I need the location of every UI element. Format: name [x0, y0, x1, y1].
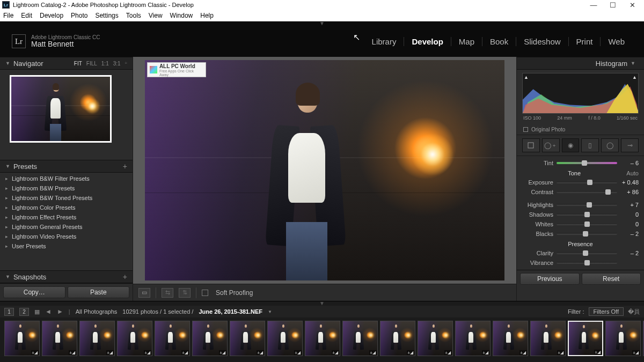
navigator-zoom-levels[interactable]: FITFILL1:13:1÷ [74, 61, 127, 67]
menu-edit[interactable]: Edit [21, 12, 32, 19]
zoom-1-1[interactable]: 1:1 [101, 61, 109, 67]
menu-tools[interactable]: Tools [126, 12, 141, 19]
add-preset-icon[interactable]: + [123, 162, 127, 171]
auto-button[interactable]: Auto [626, 170, 639, 176]
clarity-slider[interactable]: Clarity– 2 [522, 248, 639, 258]
module-book[interactable]: Book [482, 37, 516, 46]
zoom-fit[interactable]: FIT [74, 61, 82, 67]
loupe-view-icon[interactable]: ▭ [138, 288, 150, 298]
preset-folder[interactable]: Lightroom Color Presets [0, 203, 133, 212]
module-map[interactable]: Map [451, 37, 482, 46]
monitor-1-button[interactable]: 1 [4, 308, 14, 316]
minimize-button[interactable]: — [584, 1, 603, 9]
main-photo[interactable]: ALL PC World Free Apps One Click Away [145, 60, 504, 280]
filmstrip-thumb[interactable]: ±◢ [530, 321, 566, 356]
menu-window[interactable]: Window [170, 12, 193, 19]
paste-button[interactable]: Paste [68, 286, 130, 298]
close-button[interactable]: ✕ [623, 1, 642, 9]
whites-slider[interactable]: Whites0 [522, 219, 639, 229]
add-snapshot-icon[interactable]: + [123, 272, 127, 281]
histogram-graph[interactable]: ▲ ▲ [522, 73, 639, 114]
image-stage[interactable]: ALL PC World Free Apps One Click Away [133, 57, 516, 284]
preset-folder[interactable]: User Presets [0, 241, 133, 251]
filmstrip-thumb[interactable]: ±◢ [79, 321, 115, 356]
preset-folder[interactable]: Lightroom B&W Filter Presets [0, 174, 133, 183]
preset-folder[interactable]: Lightroom B&W Presets [0, 183, 133, 193]
filmstrip-thumb[interactable]: ±◢ [267, 321, 303, 356]
radial-filter-icon[interactable]: ◯ [601, 138, 619, 152]
highlights-slider[interactable]: Highlights+ 7 [522, 200, 639, 210]
collection-name[interactable]: All Photographs [76, 308, 118, 315]
bottom-panel-toggle[interactable]: ▼ [0, 301, 644, 306]
disclosure-triangle-icon: ▼ [5, 274, 10, 279]
blacks-slider[interactable]: Blacks– 2 [522, 229, 639, 239]
spot-tool-icon[interactable]: ◯﹢ [542, 138, 560, 152]
module-slideshow[interactable]: Slideshow [516, 37, 568, 46]
menu-help[interactable]: Help [200, 12, 214, 19]
redeye-tool-icon[interactable]: ◉ [562, 138, 580, 152]
top-panel-toggle[interactable]: ▼ [0, 21, 644, 26]
previous-button[interactable]: Previous [520, 273, 580, 285]
filmstrip-thumb[interactable]: ±◢ [418, 321, 453, 356]
copy-paste-bar: Copy… Paste [0, 283, 133, 301]
navigator-header[interactable]: ▼ Navigator FITFILL1:13:1÷ [0, 57, 133, 70]
menu-develop[interactable]: Develop [40, 12, 63, 19]
grid-icon[interactable]: ▦ [34, 308, 40, 315]
filmstrip-thumb[interactable]: ±◢ [342, 321, 378, 356]
copy-button[interactable]: Copy… [3, 286, 65, 298]
navigator-thumbnail[interactable] [10, 75, 112, 143]
grad-filter-icon[interactable]: ▯ [581, 138, 599, 152]
zoom-3-1[interactable]: 3:1 [113, 61, 121, 67]
module-develop[interactable]: Develop [404, 37, 450, 46]
before-after-tb-icon[interactable]: ⇅ [179, 288, 191, 298]
soft-proofing-checkbox[interactable] [202, 290, 208, 296]
shadows-slider[interactable]: Shadows0 [522, 210, 639, 219]
menu-photo[interactable]: Photo [71, 12, 87, 19]
zoom-fill[interactable]: FILL [86, 61, 97, 67]
filmstrip-thumb[interactable]: ±◢ [155, 321, 190, 356]
monitor-2-button[interactable]: 2 [19, 308, 29, 316]
watermark-logo-icon [150, 66, 157, 73]
filmstrip-thumb[interactable]: ±◢ [230, 321, 265, 356]
filmstrip-thumb[interactable]: ±◢ [42, 321, 77, 356]
filter-dropdown[interactable]: Filters Off [589, 307, 624, 316]
original-photo-toggle[interactable]: Original Photo [517, 124, 644, 135]
module-web[interactable]: Web [600, 37, 632, 46]
filename-dropdown-icon[interactable]: ▼ [268, 309, 272, 314]
filmstrip-thumbs[interactable]: ±◢±◢±◢±◢±◢±◢±◢±◢±◢±◢±◢±◢±◢±◢±◢±◢±◢±◢ [0, 317, 644, 357]
brush-tool-icon[interactable]: ⊸ [621, 138, 639, 152]
presets-header[interactable]: ▼ Presets + [0, 160, 133, 173]
filmstrip-thumb[interactable]: ±◢ [568, 321, 603, 356]
preset-folder[interactable]: Lightroom Video Presets [0, 232, 133, 241]
filmstrip-thumb[interactable]: ±◢ [192, 321, 228, 356]
tint-slider[interactable]: Tint – 6 [522, 158, 639, 168]
maximize-button[interactable]: ☐ [603, 1, 623, 9]
module-print[interactable]: Print [568, 37, 601, 46]
histogram-header[interactable]: Histogram ▼ [517, 57, 644, 70]
preset-folder[interactable]: Lightroom B&W Toned Presets [0, 193, 133, 203]
before-after-lr-icon[interactable]: ⇆ [162, 288, 173, 298]
filmstrip-thumb[interactable]: ±◢ [493, 321, 528, 356]
slider-label: Highlights [522, 202, 553, 208]
menu-settings[interactable]: Settings [95, 12, 118, 19]
filmstrip-thumb[interactable]: ±◢ [380, 321, 415, 356]
filmstrip-thumb[interactable]: ±◢ [305, 321, 340, 356]
reset-button[interactable]: Reset [582, 273, 641, 285]
filmstrip-thumb[interactable]: ±◢ [455, 321, 491, 356]
filmstrip-thumb[interactable]: ±◢ [4, 321, 40, 356]
vibrance-slider[interactable]: Vibrance [522, 258, 639, 268]
module-library[interactable]: Library [364, 37, 404, 46]
nav-fwd-icon[interactable]: ► [57, 308, 63, 315]
contrast-slider[interactable]: Contrast+ 86 [522, 187, 639, 197]
nav-back-icon[interactable]: ◄ [45, 308, 52, 315]
crop-tool-icon[interactable] [522, 138, 540, 152]
filmstrip-thumb[interactable]: ±◢ [605, 321, 641, 356]
menu-file[interactable]: File [3, 12, 13, 19]
snapshots-header[interactable]: ▼ Snapshots + [0, 270, 133, 283]
menu-view[interactable]: View [149, 12, 163, 19]
preset-folder[interactable]: Lightroom General Presets [0, 222, 133, 232]
filter-lock-icon[interactable]: �員 [628, 308, 640, 316]
exposure-slider[interactable]: Exposure+ 0.48 [522, 178, 639, 187]
filmstrip-thumb[interactable]: ±◢ [117, 321, 152, 356]
preset-folder[interactable]: Lightroom Effect Presets [0, 212, 133, 222]
